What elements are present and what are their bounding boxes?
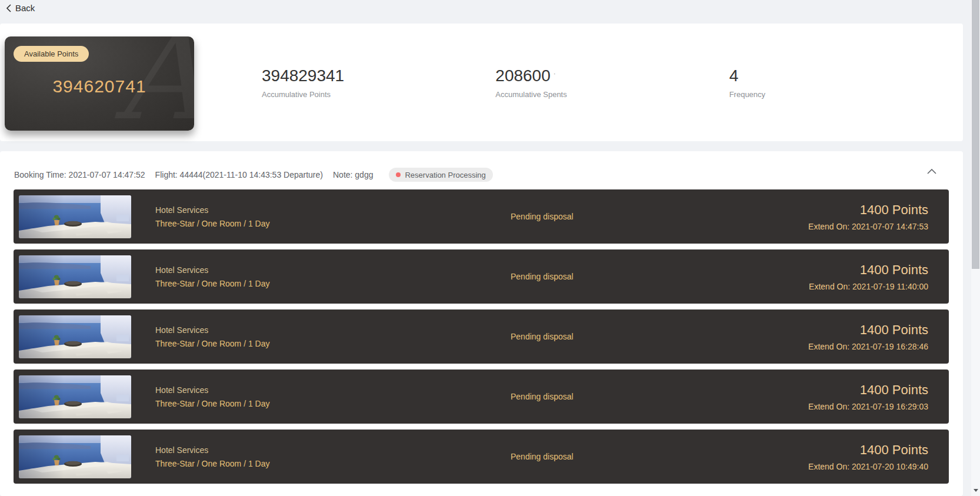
- order-info: Hotel Services Three-Star / One Room / 1…: [155, 205, 511, 228]
- order-right: 1400 Points Extend On: 2021-07-19 16:29:…: [808, 382, 928, 411]
- back-label: Back: [15, 3, 35, 13]
- stat-label: Accumulative Spents: [495, 90, 729, 99]
- order-info: Hotel Services Three-Star / One Room / 1…: [155, 265, 511, 288]
- hotel-thumbnail-image: [19, 255, 131, 298]
- page-content: A Available Points 394620741 394829341 A…: [0, 24, 963, 496]
- order-info: Hotel Services Three-Star / One Room / 1…: [155, 445, 511, 468]
- booking-note: Note: gdgg: [333, 170, 374, 179]
- order-extend-on: Extend On: 2021-07-20 10:49:40: [808, 462, 928, 471]
- order-status: Pending disposal: [511, 452, 574, 461]
- order-subtitle: Three-Star / One Room / 1 Day: [155, 219, 511, 228]
- summary-panel: A Available Points 394620741 394829341 A…: [0, 24, 963, 141]
- order-subtitle: Three-Star / One Room / 1 Day: [155, 399, 511, 408]
- hotel-thumbnail-image: [19, 435, 131, 478]
- order-info: Hotel Services Three-Star / One Room / 1…: [155, 385, 511, 408]
- order-points: 1400 Points: [809, 262, 928, 278]
- chevron-up-icon: [927, 169, 936, 174]
- order-points: 1400 Points: [808, 202, 928, 218]
- scrollbar-down-button[interactable]: [971, 486, 980, 494]
- stat-value: 394829341: [262, 66, 495, 85]
- order-extend-on: Extend On: 2021-07-19 16:29:03: [808, 402, 928, 411]
- status-label: Reservation Processing: [405, 171, 485, 179]
- stat-label: Frequency: [729, 90, 963, 99]
- order-extend-on: Extend On: 2021-07-19 16:28:46: [808, 342, 928, 351]
- order-row[interactable]: Hotel Services Three-Star / One Room / 1…: [14, 430, 949, 484]
- stat-value: 4: [729, 66, 963, 85]
- order-subtitle: Three-Star / One Room / 1 Day: [155, 279, 511, 288]
- order-title: Hotel Services: [155, 385, 511, 395]
- order-info: Hotel Services Three-Star / One Room / 1…: [155, 325, 511, 348]
- order-right: 1400 Points Extend On: 2021-07-19 16:28:…: [808, 322, 928, 351]
- hotel-thumbnail-image: [19, 375, 131, 418]
- top-bar: Back: [0, 0, 980, 24]
- order-points: 1400 Points: [808, 322, 928, 338]
- chevron-left-icon: [6, 4, 11, 12]
- booking-time: Booking Time: 2021-07-07 14:47:52: [14, 170, 145, 179]
- stat-accumulative-points: 394829341 Accumulative Points: [262, 66, 495, 99]
- order-row[interactable]: Hotel Services Three-Star / One Room / 1…: [14, 249, 949, 304]
- collapse-button[interactable]: [927, 169, 936, 174]
- back-button[interactable]: Back: [6, 3, 35, 13]
- order-title: Hotel Services: [155, 445, 511, 455]
- order-right: 1400 Points Extend On: 2021-07-07 14:47:…: [808, 202, 928, 231]
- order-title: Hotel Services: [155, 205, 511, 215]
- order-extend-on: Extend On: 2021-07-07 14:47:53: [808, 222, 928, 231]
- order-list: Hotel Services Three-Star / One Room / 1…: [14, 189, 949, 484]
- order-right: 1400 Points Extend On: 2021-07-19 11:40:…: [809, 262, 928, 291]
- order-extend-on: Extend On: 2021-07-19 11:40:00: [809, 282, 928, 291]
- available-points-badge: Available Points: [14, 46, 89, 62]
- order-row[interactable]: Hotel Services Three-Star / One Room / 1…: [14, 369, 949, 424]
- order-title: Hotel Services: [155, 325, 511, 335]
- status-dot-icon: [396, 172, 401, 177]
- hotel-thumbnail-image: [19, 195, 131, 238]
- hotel-thumbnail-image: [19, 315, 131, 358]
- triangle-down-icon: [974, 489, 978, 494]
- stat-accumulative-spents: 208600· Accumulative Spents: [495, 66, 729, 99]
- order-subtitle: Three-Star / One Room / 1 Day: [155, 339, 511, 348]
- order-right: 1400 Points Extend On: 2021-07-20 10:49:…: [808, 442, 928, 471]
- booking-panel: Booking Time: 2021-07-07 14:47:52 Flight…: [0, 151, 963, 496]
- order-subtitle: Three-Star / One Room / 1 Day: [155, 459, 511, 468]
- order-row[interactable]: Hotel Services Three-Star / One Room / 1…: [14, 189, 949, 244]
- order-status: Pending disposal: [511, 212, 574, 221]
- order-points: 1400 Points: [808, 442, 928, 458]
- scrollbar-thumb[interactable]: [972, 0, 979, 269]
- order-title: Hotel Services: [155, 265, 511, 275]
- order-row[interactable]: Hotel Services Three-Star / One Room / 1…: [14, 309, 949, 364]
- available-points-value: 394620741: [5, 76, 194, 96]
- order-status: Pending disposal: [511, 332, 574, 341]
- stat-label: Accumulative Points: [262, 90, 495, 99]
- stat-number: 208600: [495, 66, 550, 85]
- points-card: A Available Points 394620741: [5, 36, 194, 131]
- order-status: Pending disposal: [511, 272, 574, 281]
- stat-frequency: 4 Frequency: [729, 66, 963, 99]
- reservation-status-tag: Reservation Processing: [389, 168, 492, 182]
- vertical-scrollbar: [971, 0, 980, 496]
- booking-header: Booking Time: 2021-07-07 14:47:52 Flight…: [0, 151, 963, 182]
- booking-flight: Flight: 44444(2021-11-10 14:43:53 Depart…: [155, 170, 323, 179]
- order-status: Pending disposal: [511, 392, 574, 401]
- stat-value: 208600·: [495, 66, 729, 85]
- order-points: 1400 Points: [808, 382, 928, 398]
- stat-mark: ·: [554, 69, 556, 78]
- stats-row: 394829341 Accumulative Points 208600· Ac…: [194, 24, 963, 141]
